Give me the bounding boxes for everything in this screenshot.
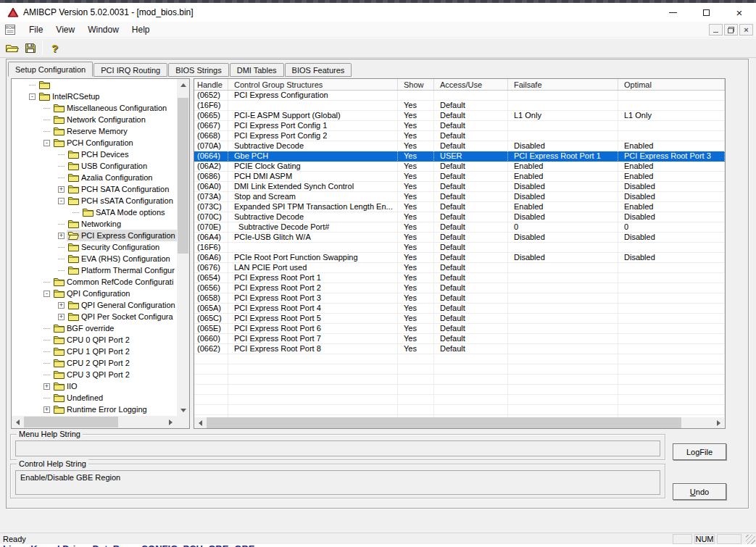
table-row[interactable]: (073C)Expanded SPI TPM Transaction Lengt… xyxy=(194,202,725,212)
scroll-right-button[interactable] xyxy=(165,417,177,428)
tree-item[interactable]: Common RefCode Configurati xyxy=(12,276,177,288)
tree-item[interactable]: +QPI General Configuration xyxy=(12,299,177,311)
column-header-show[interactable]: Show xyxy=(398,79,434,90)
tree-item[interactable]: Platform Thermal Configur xyxy=(12,264,177,276)
save-file-button[interactable] xyxy=(21,39,39,57)
resize-grip-icon[interactable] xyxy=(746,535,755,544)
table-horizontal-scrollbar[interactable] xyxy=(194,417,725,428)
table-row[interactable]: (0654)PCI Express Root Port 1YesDefault xyxy=(194,273,725,283)
menu-view[interactable]: View xyxy=(49,22,81,37)
rom-document-icon[interactable]: ROM xyxy=(4,24,17,36)
tree-item[interactable]: Security Configuration xyxy=(12,241,177,253)
tab-setup-configuration[interactable]: Setup Configuration xyxy=(8,62,93,77)
tree-item[interactable]: EVA (RHS) Configuration xyxy=(12,253,177,264)
scroll-down-button[interactable] xyxy=(177,404,189,416)
tree-item[interactable]: Network Configuration xyxy=(12,114,177,125)
table-row[interactable]: (065A)PCI Express Root Port 4YesDefault xyxy=(194,304,725,314)
logfile-button[interactable]: LogFile xyxy=(673,443,726,460)
tree-item[interactable]: CPU 1 QPI Port 2 xyxy=(12,346,177,357)
menu-window[interactable]: Window xyxy=(81,22,125,37)
table-row[interactable]: (0667)PCI Express Port Config 1YesDefaul… xyxy=(194,121,725,131)
tree-item[interactable]: Undefined xyxy=(12,392,177,404)
collapse-box-icon[interactable]: - xyxy=(43,140,50,146)
table-row[interactable]: (16F6)YesDefault xyxy=(194,101,725,111)
help-button[interactable]: ? xyxy=(46,39,64,57)
close-button[interactable]: × xyxy=(723,3,756,22)
tree-item[interactable]: +PCH SATA Configuration xyxy=(12,183,177,195)
scroll-right-button[interactable] xyxy=(713,417,725,429)
tree-item[interactable]: PCH Devices xyxy=(12,149,177,160)
column-header-control-group-structures[interactable]: Control Group Structures xyxy=(228,79,398,90)
table-row[interactable]: (0662)PCI Express Root Port 8YesDefault xyxy=(194,344,725,354)
tree-item[interactable]: Networking xyxy=(12,218,177,230)
table-row[interactable]: (0652)PCI Express Configuration xyxy=(194,91,725,101)
tab-dmi-tables[interactable]: DMI Tables xyxy=(230,63,284,77)
menu-file[interactable]: File xyxy=(22,22,49,37)
tree-item[interactable]: Miscellaneous Configuration xyxy=(12,102,177,114)
scroll-thumb[interactable] xyxy=(178,98,188,254)
tree-item[interactable]: +IIO xyxy=(12,380,177,392)
table-row[interactable]: (070A)Subtractive DecodeYesDefaultDisabl… xyxy=(194,141,725,151)
expand-box-icon[interactable]: + xyxy=(58,233,65,239)
table-row[interactable]: (0686)PCH DMI ASPMYesDefaultEnabledEnabl… xyxy=(194,172,725,182)
column-header-handle[interactable]: Handle xyxy=(194,79,228,90)
table-row[interactable]: (0665)PCI-E ASPM Support (Global)YesDefa… xyxy=(194,111,725,121)
table-row[interactable]: (06A6)PCIe Root Port Function SwappingYe… xyxy=(194,253,725,263)
tree-item[interactable]: -QPI Configuration xyxy=(12,288,177,299)
table-row[interactable]: (065E)PCI Express Root Port 6YesDefault xyxy=(194,324,725,334)
tree-item[interactable]: USB Configuration xyxy=(12,160,177,172)
table-row[interactable]: (0668)PCI Express Port Config 2YesDefaul… xyxy=(194,131,725,141)
minimize-button[interactable] xyxy=(656,3,689,22)
table-row[interactable]: (06A2)PCIE Clock GatingYesDefaultEnabled… xyxy=(194,162,725,172)
table-row[interactable]: (0660)PCI Express Root Port 7YesDefault xyxy=(194,334,725,344)
tab-pci-irq-routing[interactable]: PCI IRQ Routing xyxy=(94,63,167,77)
tree-item[interactable]: +Runtime Error Logging xyxy=(12,404,177,415)
maximize-button[interactable] xyxy=(689,3,723,22)
table-row[interactable]: (0664)Gbe PCHYesUSERPCI Express Root Por… xyxy=(194,151,725,162)
table-row[interactable]: (06A4)PCIe-USB Glitch W/AYesDefaultDisab… xyxy=(194,233,725,243)
table-row[interactable]: (065C)PCI Express Root Port 5YesDefault xyxy=(194,314,725,324)
undo-button[interactable]: Undo xyxy=(673,483,726,500)
table-row[interactable]: (16F6)YesDefault xyxy=(194,243,725,253)
table-row[interactable]: (0658)PCI Express Root Port 3YesDefault xyxy=(194,293,725,304)
column-header-access-use[interactable]: Access/Use xyxy=(434,79,508,90)
collapse-box-icon[interactable]: - xyxy=(43,291,50,297)
column-header-optimal[interactable]: Optimal xyxy=(618,79,725,90)
mdi-minimize-button[interactable] xyxy=(709,24,723,36)
expand-box-icon[interactable]: + xyxy=(58,302,65,309)
tree-item[interactable]: +PCI Express Configuration xyxy=(12,230,177,241)
open-file-button[interactable] xyxy=(3,39,21,57)
scroll-up-button[interactable] xyxy=(177,79,189,91)
tree-item[interactable]: CPU 2 QPI Port 2 xyxy=(12,357,177,369)
tree-item[interactable]: Reserve Memory xyxy=(12,125,177,137)
tab-bios-strings[interactable]: BIOS Strings xyxy=(168,63,229,77)
tree-item[interactable]: SATA Mode options xyxy=(12,206,177,218)
column-header-failsafe[interactable]: Failsafe xyxy=(508,79,618,90)
scroll-left-button[interactable] xyxy=(12,417,24,428)
table-row[interactable]: (06A0)DMI Link Extended Synch ControlYes… xyxy=(194,182,725,192)
table-row[interactable]: (070C)Subtractive DecodeYesDefaultDisabl… xyxy=(194,212,725,222)
tree-item[interactable]: CPU 0 QPI Port 2 xyxy=(12,334,177,346)
tree-item[interactable]: -IntelRCSetup xyxy=(12,91,177,102)
tab-bios-features[interactable]: BIOS Features xyxy=(285,63,352,77)
tree-item[interactable]: -PCH Configuration xyxy=(12,137,177,149)
mdi-close-button[interactable]: × xyxy=(739,24,753,36)
scroll-left-button[interactable] xyxy=(194,417,207,429)
table-row[interactable]: (0656)PCI Express Root Port 2YesDefault xyxy=(194,283,725,293)
tree-item[interactable]: BGF override xyxy=(12,322,177,334)
tree-item[interactable]: CPU 3 QPI Port 2 xyxy=(12,369,177,380)
expand-box-icon[interactable]: + xyxy=(43,383,50,390)
tree-vertical-scrollbar[interactable] xyxy=(177,79,189,416)
tree-item[interactable]: -PCH sSATA Configuration xyxy=(12,195,177,206)
expand-box-icon[interactable]: + xyxy=(58,314,65,320)
menu-help[interactable]: Help xyxy=(125,22,157,37)
table-row[interactable]: (0676)LAN PCIE Port usedYesDefault xyxy=(194,263,725,273)
mdi-restore-button[interactable] xyxy=(724,24,738,36)
expand-box-icon[interactable]: + xyxy=(58,186,65,193)
expand-box-icon[interactable]: + xyxy=(43,406,50,413)
collapse-box-icon[interactable]: - xyxy=(58,198,65,204)
scroll-thumb[interactable] xyxy=(207,417,681,428)
scroll-thumb[interactable] xyxy=(24,417,118,427)
collapse-box-icon[interactable]: - xyxy=(29,93,36,100)
table-row[interactable]: (073A)Stop and ScreamYesDefaultDisabledD… xyxy=(194,192,725,202)
